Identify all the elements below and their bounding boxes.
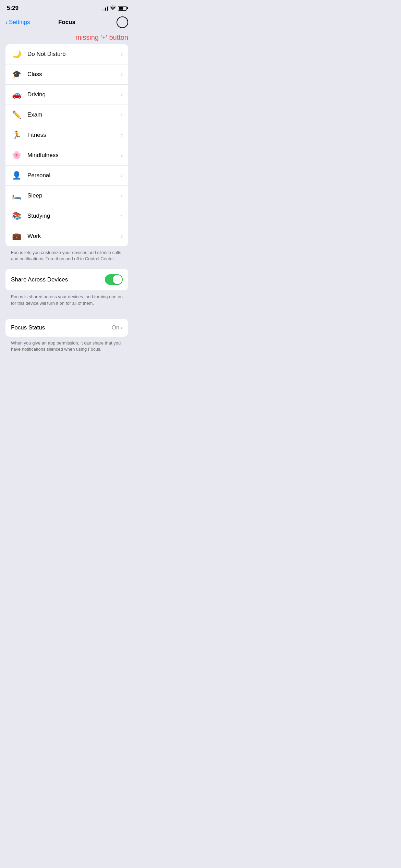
- bed-icon: 🛏️: [11, 190, 22, 201]
- share-caption: Focus is shared across your devices, and…: [0, 290, 134, 313]
- share-across-devices-toggle[interactable]: [105, 274, 123, 285]
- item-label: Exam: [27, 111, 121, 118]
- graduation-icon: 🎓: [11, 69, 22, 80]
- chevron-right-icon: ›: [121, 324, 123, 331]
- pencil-icon: ✏️: [11, 109, 22, 120]
- chevron-right-icon: ›: [121, 213, 123, 219]
- focus-caption: Focus lets you customize your devices an…: [0, 246, 134, 269]
- share-across-devices-row[interactable]: Share Across Devices: [5, 269, 128, 290]
- chevron-right-icon: ›: [121, 233, 123, 239]
- battery-icon: [118, 6, 127, 11]
- flower-icon: 🌸: [11, 150, 22, 161]
- wifi-icon: [110, 5, 116, 11]
- annotation-text: missing '+' button: [0, 32, 134, 44]
- list-item[interactable]: 👤 Personal ›: [5, 166, 128, 186]
- books-icon: 📚: [11, 210, 22, 221]
- list-item[interactable]: 🏃 Fitness ›: [5, 125, 128, 145]
- chevron-right-icon: ›: [121, 71, 123, 77]
- item-label: Mindfulness: [27, 152, 121, 159]
- item-label: Sleep: [27, 192, 121, 199]
- chevron-right-icon: ›: [121, 172, 123, 179]
- running-icon: 🏃: [11, 130, 22, 141]
- item-label: Class: [27, 71, 121, 78]
- list-item[interactable]: 💼 Work ›: [5, 226, 128, 246]
- share-across-devices-label: Share Across Devices: [11, 276, 68, 283]
- focus-status-caption: When you give an app permission, it can …: [0, 337, 134, 359]
- status-bar: 5:29: [0, 0, 134, 14]
- chevron-right-icon: ›: [121, 51, 123, 57]
- focus-status-label: Focus Status: [11, 324, 45, 331]
- item-label: Do Not Disturb: [27, 51, 121, 58]
- item-label: Studying: [27, 213, 121, 219]
- back-label: Settings: [9, 19, 30, 26]
- chevron-left-icon: ‹: [5, 19, 8, 26]
- item-label: Personal: [27, 172, 121, 179]
- list-item[interactable]: 🌙 Do Not Disturb ›: [5, 44, 128, 64]
- focus-status-row[interactable]: Focus Status On ›: [5, 319, 128, 337]
- person-icon: 👤: [11, 170, 22, 181]
- add-button-placeholder[interactable]: [117, 16, 128, 28]
- item-label: Work: [27, 233, 121, 240]
- chevron-right-icon: ›: [121, 193, 123, 199]
- status-icons: [102, 5, 127, 11]
- toggle-knob: [113, 275, 122, 284]
- chevron-right-icon: ›: [121, 152, 123, 158]
- chevron-right-icon: ›: [121, 112, 123, 118]
- moon-icon: 🌙: [11, 49, 22, 60]
- list-item[interactable]: 🛏️ Sleep ›: [5, 186, 128, 206]
- chevron-right-icon: ›: [121, 132, 123, 138]
- chevron-right-icon: ›: [121, 92, 123, 98]
- status-time: 5:29: [7, 5, 19, 12]
- nav-bar: ‹ Settings Focus: [0, 14, 134, 32]
- focus-status-value: On: [112, 324, 120, 331]
- list-item[interactable]: 📚 Studying ›: [5, 206, 128, 226]
- list-item[interactable]: 🚗 Driving ›: [5, 85, 128, 105]
- item-label: Driving: [27, 91, 121, 98]
- signal-icon: [102, 6, 108, 11]
- back-button[interactable]: ‹ Settings: [5, 19, 30, 26]
- list-item[interactable]: ✏️ Exam ›: [5, 105, 128, 125]
- car-icon: 🚗: [11, 89, 22, 100]
- focus-list: 🌙 Do Not Disturb › 🎓 Class › 🚗 Driving ›…: [5, 44, 128, 246]
- list-item[interactable]: 🎓 Class ›: [5, 64, 128, 85]
- item-label: Fitness: [27, 132, 121, 138]
- page-title: Focus: [58, 19, 75, 26]
- focus-status-value-group: On ›: [112, 324, 123, 331]
- list-item[interactable]: 🌸 Mindfulness ›: [5, 145, 128, 166]
- work-icon: 💼: [11, 231, 22, 242]
